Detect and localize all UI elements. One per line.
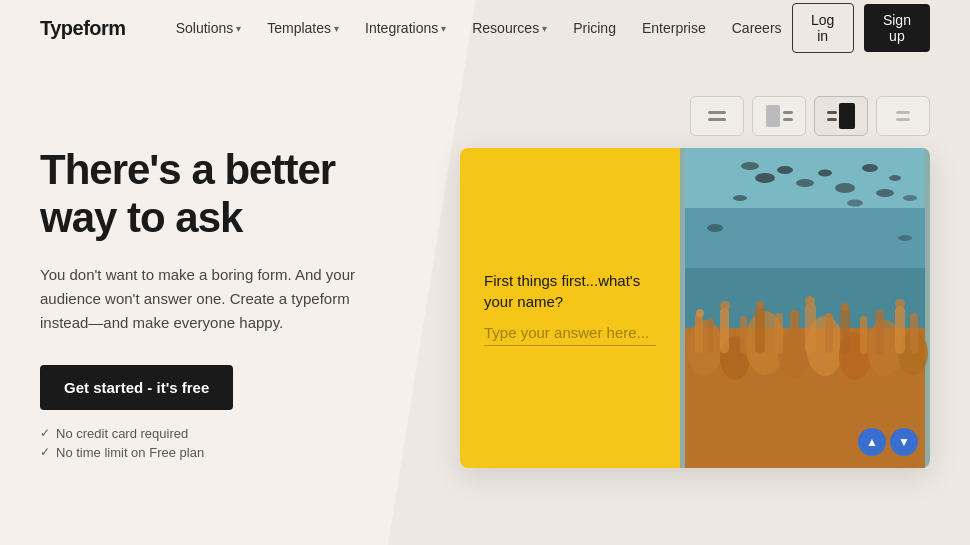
svg-rect-33 [805,303,816,353]
svg-point-7 [835,183,855,193]
chevron-down-icon: ▾ [236,23,241,34]
svg-rect-37 [875,310,884,354]
nav-links: Solutions ▾ Templates ▾ Integrations ▾ R… [166,14,792,42]
nav-actions: Log in Sign up [792,3,930,53]
svg-point-40 [696,309,704,317]
svg-point-5 [796,179,814,187]
form-nav-up-button[interactable]: ▲ [858,428,886,456]
nav-item-careers[interactable]: Careers [722,14,792,42]
nav-item-integrations[interactable]: Integrations ▾ [355,14,456,42]
svg-point-42 [756,301,764,309]
svg-rect-29 [740,316,747,354]
hero-subtext: You don't want to make a boring form. An… [40,263,360,335]
get-started-button[interactable]: Get started - it's free [40,365,233,410]
svg-rect-27 [707,318,713,353]
svg-rect-30 [755,306,765,354]
chevron-down-icon: ▾ [334,23,339,34]
form-navigation: ▲ ▼ [858,428,918,456]
layout-option-split[interactable] [752,96,806,136]
svg-rect-34 [825,313,833,353]
signup-button[interactable]: Sign up [864,4,930,52]
svg-point-15 [707,224,723,232]
check-icon: ✓ [40,445,50,459]
trust-point-time-limit: ✓ No time limit on Free plan [40,445,420,460]
svg-rect-31 [775,313,783,353]
logo[interactable]: Typeform [40,17,126,40]
svg-point-13 [741,162,759,170]
check-icon: ✓ [40,426,50,440]
svg-rect-38 [895,306,905,354]
svg-point-11 [847,200,863,207]
layout-option-full[interactable] [690,96,744,136]
form-image-panel: ▲ ▼ [680,148,930,468]
form-card: First things first...what's your name? T… [460,148,930,468]
svg-rect-39 [910,313,918,353]
hero-section: There's a better way to ask You don't wa… [40,86,420,545]
svg-rect-35 [840,308,850,354]
chevron-down-icon: ▾ [542,23,547,34]
svg-rect-36 [860,316,867,354]
nav-item-resources[interactable]: Resources ▾ [462,14,557,42]
form-question-panel: First things first...what's your name? T… [460,148,680,468]
svg-point-43 [805,296,815,306]
form-answer-input[interactable]: Type your answer here... [484,324,656,346]
svg-point-10 [733,195,747,201]
svg-point-8 [862,164,878,172]
svg-point-4 [777,166,793,174]
main-content: There's a better way to ask You don't wa… [0,56,970,545]
chevron-down-icon: ▾ [441,23,446,34]
layout-selectors [460,96,930,136]
svg-point-9 [876,189,894,197]
form-preview-section: First things first...what's your name? T… [460,86,930,545]
ocean-illustration [680,148,930,468]
svg-rect-28 [720,308,729,353]
svg-point-16 [898,235,912,241]
login-button[interactable]: Log in [792,3,854,53]
navbar: Typeform Solutions ▾ Templates ▾ Integra… [0,0,970,56]
trust-points: ✓ No credit card required ✓ No time limi… [40,426,420,460]
svg-point-12 [889,175,901,181]
nav-item-enterprise[interactable]: Enterprise [632,14,716,42]
svg-point-14 [903,195,917,201]
form-question-text: First things first...what's your name? [484,270,656,312]
nav-item-solutions[interactable]: Solutions ▾ [166,14,252,42]
svg-point-3 [755,173,775,183]
svg-point-6 [818,170,832,177]
svg-point-41 [720,301,730,311]
nav-item-pricing[interactable]: Pricing [563,14,626,42]
form-nav-down-button[interactable]: ▼ [890,428,918,456]
layout-option-minimal[interactable] [876,96,930,136]
svg-point-18 [687,320,723,376]
layout-option-split-dark[interactable] [814,96,868,136]
svg-rect-26 [695,313,703,353]
svg-point-45 [895,299,905,309]
svg-point-44 [841,303,849,311]
nav-item-templates[interactable]: Templates ▾ [257,14,349,42]
trust-point-credit-card: ✓ No credit card required [40,426,420,441]
svg-rect-32 [790,310,799,354]
hero-heading: There's a better way to ask [40,146,420,243]
